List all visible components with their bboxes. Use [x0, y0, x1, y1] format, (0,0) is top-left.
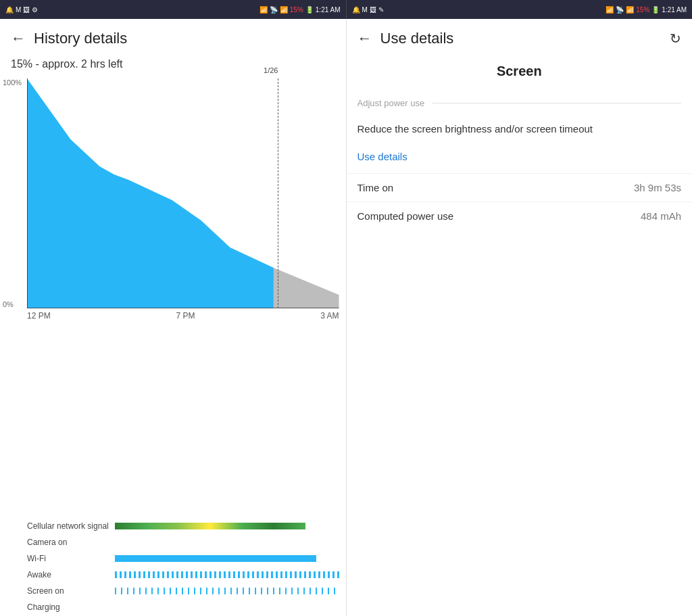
- awake-bar-container: [115, 571, 339, 578]
- charging-bar-container: [115, 604, 339, 611]
- battery-chart-svg: [27, 78, 339, 308]
- main-content: ← History details 15% - approx. 2 hrs le…: [0, 19, 692, 616]
- wifi-label: Wi-Fi: [27, 554, 115, 563]
- activity-row-charging: Charging: [27, 600, 339, 615]
- right-header: ← Use details ↻: [347, 19, 693, 55]
- suggestion-text: Reduce the screen brightness and/or scre…: [347, 114, 693, 145]
- cellular-bar-container: [115, 523, 339, 529]
- charging-label: Charging: [27, 602, 115, 612]
- status-bar-left: 🔔 M 🖼 ⚙ 📶 📡 📶 15% 🔋 1:21 AM: [0, 0, 346, 19]
- awake-bar: [115, 571, 339, 578]
- screen-title: Screen: [347, 55, 693, 93]
- signal-icon: 📶: [280, 6, 288, 14]
- time-left: 1:21 AM: [316, 6, 341, 14]
- use-details-link[interactable]: Use details: [347, 145, 693, 173]
- gmail-icon-r: M: [362, 6, 368, 14]
- sim-icon-r: 📶: [606, 6, 614, 14]
- adjust-power-use-section: Adjust power use: [347, 93, 693, 114]
- photo-icon-r: 🖼: [370, 6, 376, 14]
- settings-icon: ⚙: [32, 6, 38, 14]
- dashed-line: [278, 78, 278, 308]
- activity-rows: Cellular network signal Camera on Wi-Fi …: [0, 513, 346, 616]
- time-right: 1:21 AM: [662, 6, 687, 14]
- screen-on-label: Screen on: [27, 586, 115, 596]
- battery-area-gray: [274, 268, 339, 308]
- activity-row-wifi: Wi-Fi: [27, 551, 339, 566]
- left-panel-title: History details: [34, 30, 127, 47]
- time-on-row: Time on 3h 9m 53s: [347, 173, 693, 202]
- wifi-bar: [115, 555, 316, 562]
- signal-icon-r: 📶: [626, 6, 634, 14]
- camera-label: Camera on: [27, 538, 115, 547]
- time-on-value: 3h 9m 53s: [634, 182, 681, 193]
- y-label-bottom: 0%: [3, 300, 22, 308]
- x-axis-labels: 12 PM 7 PM 3 AM: [27, 308, 339, 321]
- left-status-icons: 🔔 M 🖼 ⚙: [5, 6, 38, 14]
- left-right-icons: 📶 📡 📶 15% 🔋 1:21 AM: [260, 6, 341, 14]
- right-right-icons: 📶 📡 📶 15% 🔋 1:21 AM: [606, 6, 687, 14]
- left-back-button[interactable]: ←: [11, 30, 26, 47]
- date-marker: 1/26: [264, 66, 278, 74]
- wifi-bar-container: [115, 555, 339, 562]
- cellular-label: Cellular network signal: [27, 521, 115, 531]
- screen-bar: [115, 588, 339, 594]
- time-on-label: Time on: [357, 182, 394, 193]
- notification-icon: 🔔: [5, 6, 14, 14]
- cellular-bar: [115, 523, 305, 529]
- x-label-7pm: 7 PM: [176, 311, 195, 321]
- camera-bar-container: [115, 539, 339, 546]
- computed-power-value: 484 mAh: [641, 210, 681, 222]
- battery-left: 15%: [290, 6, 303, 14]
- refresh-button[interactable]: ↻: [670, 30, 681, 47]
- photo-icon: 🖼: [23, 6, 30, 14]
- section-divider: [432, 103, 681, 103]
- right-back-button[interactable]: ←: [357, 30, 372, 47]
- sim-icon: 📶: [260, 6, 268, 14]
- activity-row-screen: Screen on: [27, 584, 339, 598]
- x-label-3am: 3 AM: [320, 311, 339, 321]
- wifi-icon: 📡: [270, 6, 278, 14]
- chart-inner: 100% 0% 1/26: [27, 78, 339, 308]
- y-label-top: 100%: [3, 78, 22, 87]
- computed-power-label: Computed power use: [357, 210, 454, 222]
- activity-row-cellular: Cellular network signal: [27, 519, 339, 534]
- wifi-icon-r: 📡: [616, 6, 624, 14]
- right-panel-title: Use details: [380, 30, 454, 47]
- x-label-12pm: 12 PM: [27, 311, 51, 321]
- awake-label: Awake: [27, 570, 115, 579]
- status-bar-right: 🔔 M 🖼 ✎ 📶 📡 📶 15% 🔋 1:21 AM: [346, 0, 693, 19]
- right-panel: ← Use details ↻ Screen Adjust power use …: [347, 19, 693, 616]
- battery-icon-right: 🔋: [651, 6, 660, 14]
- y-axis-labels: 100% 0%: [3, 78, 22, 308]
- computed-power-row: Computed power use 484 mAh: [347, 202, 693, 230]
- status-bar: 🔔 M 🖼 ⚙ 📶 📡 📶 15% 🔋 1:21 AM 🔔 M 🖼 ✎ 📶 📡 …: [0, 0, 692, 19]
- battery-status-text: 15% - approx. 2 hrs left: [0, 55, 346, 78]
- gmail-icon: M: [16, 6, 21, 14]
- battery-icon-left: 🔋: [305, 6, 314, 14]
- left-header: ← History details: [0, 19, 346, 55]
- notification-icon-r: 🔔: [352, 6, 360, 14]
- activity-row-camera: Camera on: [27, 535, 339, 550]
- battery-chart-container: 100% 0% 1/26 12 PM 7 PM: [0, 78, 346, 513]
- adjust-power-label: Adjust power use: [357, 98, 425, 108]
- right-header-left: ← Use details: [357, 30, 454, 47]
- battery-area-blue: [27, 78, 274, 308]
- battery-right: 15%: [636, 6, 649, 14]
- activity-row-awake: Awake: [27, 567, 339, 582]
- edit-icon-r: ✎: [378, 6, 384, 14]
- right-status-icons: 🔔 M 🖼 ✎: [352, 6, 384, 14]
- screen-bar-container: [115, 588, 339, 594]
- left-panel: ← History details 15% - approx. 2 hrs le…: [0, 19, 347, 616]
